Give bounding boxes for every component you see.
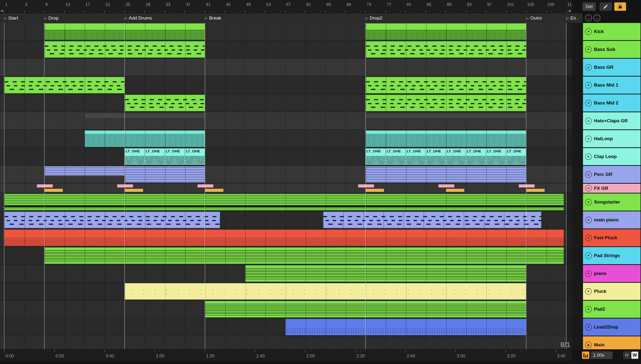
clip-fast-pluck[interactable] <box>4 230 564 246</box>
track-lane-pluck[interactable] <box>0 282 572 300</box>
fold-icon[interactable]: ▼ <box>585 154 592 160</box>
fold-icon[interactable]: ▼ <box>585 46 592 53</box>
fold-icon[interactable]: ▼ <box>585 82 592 88</box>
track-header-lead2drop[interactable]: ▼Lead2Drop <box>583 318 640 336</box>
clip-bass-mid-1[interactable] <box>4 77 125 94</box>
clip-fx-gr[interactable] <box>44 188 63 192</box>
track-lane-bass-mid-2[interactable] <box>0 94 572 112</box>
track-header-main-piano[interactable]: ▼main piano <box>583 211 640 228</box>
group-icon[interactable]: ≡ <box>585 185 592 192</box>
clip-perc-gr[interactable] <box>44 166 125 176</box>
fold-icon[interactable]: ▼ <box>585 217 592 223</box>
clip-pluck[interactable] <box>125 283 526 300</box>
track-header-bass-mid-1[interactable]: ▼Bass Mid 1 <box>583 76 640 94</box>
clip-piano[interactable] <box>245 265 526 282</box>
track-header-bass-sub[interactable]: ▼Bass Sub <box>583 41 640 58</box>
clip-perc-gr[interactable] <box>366 166 526 183</box>
fold-icon[interactable]: ▼ <box>585 270 592 277</box>
clip-hats-claps-gr[interactable] <box>85 113 205 118</box>
track-header-pad-strings[interactable]: ▼Pad Strings <box>583 247 640 264</box>
track-header-kick[interactable]: ▼Kick <box>583 23 640 40</box>
play-icon[interactable]: ▶ <box>585 342 592 348</box>
clip-pad-strings[interactable] <box>44 247 564 264</box>
group-icon[interactable]: ≡ <box>585 118 592 124</box>
track-lane-main-piano[interactable] <box>0 211 572 229</box>
clip-fx-gr[interactable] <box>366 188 384 192</box>
audio-meter-icon[interactable] <box>582 352 589 359</box>
track-header-fast-pluck[interactable]: ▼Fast Pluck <box>583 229 640 246</box>
track-header-hatloop[interactable]: ▼HatLoop <box>583 130 640 147</box>
track-lane-hats-claps-gr[interactable] <box>0 112 572 130</box>
track-lane-bass-gr[interactable] <box>0 58 572 76</box>
next-locator-button[interactable]: → <box>593 14 600 21</box>
delete-button[interactable]: Del <box>582 2 596 11</box>
locator-en[interactable]: ▷En <box>566 13 576 23</box>
track-header-pluck[interactable]: ▼Pluck <box>583 283 640 300</box>
locator-add-drums[interactable]: ▷Add Drums <box>125 13 152 23</box>
track-header-bass-gr[interactable]: ≡Bass GR <box>583 59 640 76</box>
clip-bass-mid-2[interactable] <box>366 95 526 111</box>
track-lane-lead2drop[interactable] <box>0 318 572 336</box>
track-lane-piano[interactable] <box>0 265 572 282</box>
track-header-piano[interactable]: ▼piano <box>583 265 640 282</box>
fold-icon[interactable]: ▼ <box>585 288 592 295</box>
track-header-clap-loop[interactable]: ▼Clap Loop <box>583 148 640 165</box>
clip-fx-gr[interactable] <box>117 184 133 188</box>
clip-bass-mid-1[interactable] <box>366 77 526 94</box>
track-lane-hatloop[interactable] <box>0 130 572 148</box>
fold-icon[interactable]: ▼ <box>585 100 592 106</box>
track-header-perc-gr[interactable]: ≡Perc GR <box>583 166 640 183</box>
clip-fx-gr[interactable] <box>205 188 223 192</box>
track-height-button[interactable]: H <box>623 352 630 359</box>
track-header-hats-claps-gr[interactable]: ≡Hats+Claps GR <box>583 112 640 130</box>
clip-clap-loop[interactable]: LT_OHELT_OHELT_OHELT_OHELT_OHELT_OHELT_O… <box>366 148 526 165</box>
track-header-pad2[interactable]: ▼Pad2 <box>583 301 640 318</box>
lock-button[interactable] <box>614 2 626 11</box>
locator-outro[interactable]: ▷Outro <box>526 13 542 23</box>
previous-locator-button[interactable]: ← <box>585 14 592 21</box>
clip-hats-claps-gr[interactable] <box>366 113 526 118</box>
clip-hatloop[interactable] <box>366 130 526 147</box>
clip-fx-gr[interactable] <box>37 184 53 188</box>
time-ruler[interactable]: 0:000:200:401:001:201:402:002:202:403:00… <box>0 349 572 361</box>
arrangement-timeline[interactable]: 8/1 LT_OHELT_OHELT_OHELT_OHELT_OHELT_OHE… <box>0 23 572 349</box>
clip-fx-gr[interactable] <box>125 188 143 192</box>
track-lane-pad-strings[interactable] <box>0 247 572 265</box>
track-header-songstarter[interactable]: ▼Songstarter <box>583 194 640 210</box>
clip-bass-mid-2[interactable] <box>125 95 205 111</box>
clip-perc-gr[interactable] <box>125 166 205 183</box>
fold-icon[interactable]: ▼ <box>585 199 592 206</box>
group-icon[interactable]: ≡ <box>585 171 592 178</box>
fold-icon[interactable]: ▼ <box>585 324 592 330</box>
track-lane-songstarter[interactable] <box>0 193 572 211</box>
track-lane-kick[interactable] <box>0 23 572 40</box>
track-header-fx-gr[interactable]: ≡FX GR <box>583 184 640 193</box>
clip-main-piano[interactable] <box>323 212 541 228</box>
locator-drop2[interactable]: ▷Drop2 <box>366 13 383 23</box>
clip-bass-sub[interactable] <box>366 41 526 58</box>
fold-icon[interactable]: ▼ <box>585 136 592 142</box>
locator-break[interactable]: ▷Break <box>205 13 221 23</box>
fold-icon[interactable]: ▼ <box>585 252 592 259</box>
track-header-bass-mid-2[interactable]: ▼Bass Mid 2 <box>583 94 640 112</box>
track-lane-bass-sub[interactable] <box>0 40 572 58</box>
track-width-button[interactable]: W <box>631 352 638 359</box>
track-lane-fast-pluck[interactable] <box>0 229 572 247</box>
fold-icon[interactable]: ▼ <box>585 306 592 313</box>
fold-icon[interactable]: ▼ <box>585 28 592 35</box>
track-lane-perc-gr[interactable] <box>0 166 572 184</box>
track-lane-clap-loop[interactable]: LT_OHELT_OHELT_OHELT_OHELT_OHELT_OHELT_O… <box>0 148 572 166</box>
track-lane-pad2[interactable] <box>0 300 572 318</box>
locator-strip[interactable]: ▷Start▷Drop▷Add Drums▷Break▷Drop2▷Outro▷… <box>0 13 582 23</box>
clip-hatloop[interactable] <box>85 130 205 147</box>
clip-lead2drop[interactable] <box>285 319 526 336</box>
clip-fx-gr[interactable] <box>438 184 454 188</box>
group-icon[interactable]: ≡ <box>585 64 592 71</box>
clip-fx-gr[interactable] <box>519 184 535 188</box>
draw-mode-icon[interactable] <box>599 2 612 11</box>
clip-kick[interactable] <box>366 23 526 40</box>
clip-fx-gr[interactable] <box>446 188 464 192</box>
scroll-left-icon[interactable]: ◀ <box>1 9 3 12</box>
clip-songstarter[interactable] <box>4 194 564 210</box>
locator-start[interactable]: ▷Start <box>4 13 18 23</box>
